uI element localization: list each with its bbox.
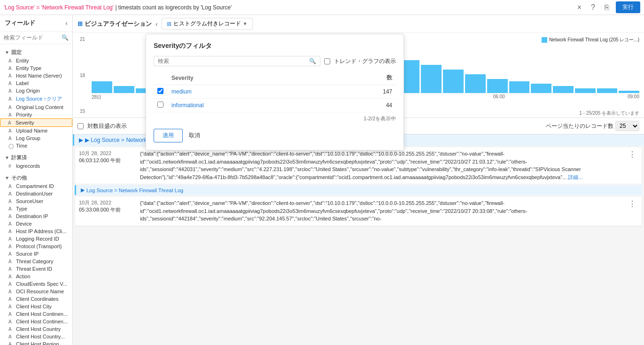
legend-label: Network Firewall Threat Log (205 レコー...) bbox=[549, 37, 639, 43]
chart-bar-0[interactable] bbox=[92, 81, 112, 93]
sidebar-item-cloudevents[interactable]: ACloudEvents Spec V... bbox=[0, 280, 72, 288]
sidebar-item-destination-user[interactable]: ADestinationUser bbox=[0, 190, 72, 197]
sidebar-item-action[interactable]: AAction bbox=[0, 273, 72, 280]
filter-col-severity: Severity bbox=[168, 71, 328, 85]
log-entry-2-date: 10月 28, 2022 bbox=[79, 199, 135, 206]
filter-trend-checkbox[interactable] bbox=[324, 58, 330, 64]
sidebar-item-client-city[interactable]: AClient Host City bbox=[0, 303, 72, 310]
sidebar-item-client-country2[interactable]: AClient Host Country... bbox=[0, 333, 72, 340]
entity-type-type-icon: A bbox=[8, 66, 14, 71]
sidebar-item-log-origin[interactable]: ALog Origin bbox=[0, 87, 72, 94]
sidebar-item-compartment-id[interactable]: ACompartment ID bbox=[0, 182, 72, 190]
sidebar-item-threat-event-id[interactable]: AThreat Event ID bbox=[0, 265, 72, 273]
chart-bar-24[interactable] bbox=[619, 91, 639, 93]
sidebar-item-logging-record-id[interactable]: ALogging Record ID bbox=[0, 235, 72, 243]
top-bar-actions: × ? ⎘ 実行 bbox=[574, 1, 640, 13]
sidebar-item-oci-resource[interactable]: AOCI Resource Name bbox=[0, 288, 72, 295]
sidebar-item-protocol[interactable]: AProtocol (Transport) bbox=[0, 243, 72, 250]
execute-button[interactable]: 実行 bbox=[616, 1, 640, 13]
sidebar-item-entity[interactable]: AEntity bbox=[0, 57, 72, 64]
sidebar-item-threat-category[interactable]: AThreat Category bbox=[0, 258, 72, 265]
sidebar-search-bar: 🔍 bbox=[0, 31, 72, 44]
per-page-select[interactable]: 25 50 100 bbox=[615, 121, 639, 131]
log-entry-1-menu-icon[interactable]: ⋮ bbox=[627, 150, 638, 181]
sidebar-item-client-country1[interactable]: AClient Host Country bbox=[0, 325, 72, 333]
sidebar-item-source-user[interactable]: ASourceUser bbox=[0, 197, 72, 205]
sidebar-item-client-region1[interactable]: AClient Host Region bbox=[0, 340, 72, 345]
sidebar-item-client-continent1[interactable]: AClient Host Continen... bbox=[0, 310, 72, 318]
sidebar-item-severity[interactable]: ASeverity bbox=[0, 118, 72, 127]
sidebar-item-host-ip[interactable]: AHost IP Address (Cli... bbox=[0, 227, 72, 235]
viz-type-button[interactable]: ⊞ ヒストグラム付きレコード ▼ bbox=[162, 18, 253, 30]
log-entry-1-body: 10月 28, 2022 06:03:12.000 午前 {"data":{"a… bbox=[75, 147, 642, 184]
log-entry-1-date: 10月 28, 2022 bbox=[79, 150, 135, 157]
sidebar-item-label[interactable]: ALabel bbox=[0, 79, 72, 87]
sidebar-header: フィールド ‹ bbox=[0, 15, 72, 31]
filter-medium-checkbox[interactable] bbox=[157, 88, 163, 94]
share-button[interactable]: ⎘ bbox=[602, 2, 612, 13]
help-button[interactable]: ? bbox=[588, 2, 598, 13]
log-source-label-1[interactable]: ▶ Log Source = Network Firewall Threat L… bbox=[75, 185, 642, 195]
filter-apply-button[interactable]: 適用 bbox=[154, 129, 183, 142]
filter-modal: Severityのフィルタ 🔍 トレンド・グラフの表示 bbox=[146, 34, 404, 150]
y-axis-value-21: 21 bbox=[75, 37, 85, 42]
x-axis-0900: 09:00 bbox=[628, 94, 639, 101]
chart-bar-21[interactable] bbox=[553, 86, 574, 93]
log-entry-1-more-link[interactable]: 詳細... bbox=[568, 174, 582, 180]
sidebar-item-upload-name[interactable]: AUpload Name bbox=[0, 127, 72, 134]
log-entry-2-menu-icon[interactable]: ⋮ bbox=[627, 199, 638, 223]
results-section: 対数目盛の表示 ページ当たりのレコード数 25 50 100 ▶ ▶ Log S… bbox=[73, 118, 644, 345]
sidebar-item-entity-type[interactable]: AEntity Type bbox=[0, 64, 72, 72]
priority-type-icon: A bbox=[8, 112, 14, 118]
filter-table-body: medium 147 informational 44 bbox=[154, 85, 396, 112]
filter-informational-checkbox[interactable] bbox=[157, 102, 163, 108]
chart-bar-18[interactable] bbox=[487, 79, 508, 93]
sidebar-item-device[interactable]: ADevice bbox=[0, 220, 72, 227]
sidebar-item-priority[interactable]: APriority bbox=[0, 111, 72, 118]
log-source-arrow-1-icon: ▶ bbox=[81, 187, 85, 193]
filter-cancel-button[interactable]: 取消 bbox=[186, 129, 202, 142]
x-axis-28: 28日 bbox=[92, 94, 101, 101]
sidebar-item-client-continent2[interactable]: AClient Host Continen... bbox=[0, 318, 72, 325]
close-button[interactable]: × bbox=[574, 2, 584, 13]
sidebar-item-type[interactable]: AType bbox=[0, 205, 72, 212]
sidebar-item-time[interactable]: ◯Time bbox=[0, 142, 72, 149]
sidebar-title: フィールド bbox=[5, 19, 35, 27]
sidebar-item-logrecords[interactable]: #logrecords bbox=[0, 162, 72, 170]
sidebar-section-calc-header[interactable]: ▼ 計算済 bbox=[0, 153, 72, 162]
sidebar-item-client-coord[interactable]: AClient Coordinates bbox=[0, 295, 72, 303]
sidebar-item-log-source[interactable]: ALog Source ↑クリア bbox=[0, 94, 72, 103]
sidebar-item-destination-ip[interactable]: ADestination IP bbox=[0, 212, 72, 220]
sidebar-section-fixed-header[interactable]: ▼ 固定 bbox=[0, 48, 72, 57]
sidebar-collapse-icon[interactable]: ‹ bbox=[65, 19, 68, 27]
filter-col-count: 数 bbox=[328, 71, 396, 85]
sidebar-item-log-group[interactable]: ALog Group bbox=[0, 134, 72, 142]
sidebar-item-hostname[interactable]: AHost Name (Server) bbox=[0, 72, 72, 79]
chart-bar-1[interactable] bbox=[114, 86, 134, 93]
chart-bar-20[interactable] bbox=[531, 84, 551, 93]
viz-collapse-icon[interactable]: ‹ bbox=[155, 20, 158, 28]
log-source-type-icon: A bbox=[8, 96, 14, 102]
filter-medium-link[interactable]: medium bbox=[171, 88, 192, 95]
results-header-label: 対数目盛の表示 bbox=[87, 122, 127, 130]
top-bar: 'Log Source' = 'Network Firewall Threat … bbox=[0, 0, 644, 15]
chart-bar-17[interactable] bbox=[465, 74, 486, 93]
sidebar-section-other-header[interactable]: ▼ その他 bbox=[0, 173, 72, 182]
chart-bar-19[interactable] bbox=[509, 81, 530, 93]
sidebar-search-input[interactable] bbox=[4, 34, 62, 41]
filter-row-informational-value: informational bbox=[168, 99, 328, 112]
chart-bar-15[interactable] bbox=[421, 65, 442, 93]
log-entry-2: 10月 28, 2022 05:33:08.000 午前 {"data":{"a… bbox=[75, 196, 642, 227]
chart-bar-22[interactable] bbox=[575, 88, 596, 93]
sidebar-item-source-ip[interactable]: ASource IP bbox=[0, 250, 72, 258]
sidebar-content: ▼ 固定 AEntity AEntity Type AHost Name (Se… bbox=[0, 44, 72, 345]
log-entry-1-content: {"data":{"action":"alert","device_name":… bbox=[140, 150, 622, 181]
filter-count-info: 1-2/2を表示中 bbox=[154, 112, 396, 125]
results-header-checkbox[interactable] bbox=[78, 123, 84, 129]
filter-search-input[interactable] bbox=[158, 58, 309, 64]
filter-informational-link[interactable]: informational bbox=[171, 102, 204, 109]
chart-bar-16[interactable] bbox=[443, 70, 464, 93]
sidebar-item-original-log[interactable]: AOriginal Log Content bbox=[0, 103, 72, 111]
chart-bar-23[interactable] bbox=[597, 88, 618, 93]
fixed-arrow-icon: ▼ bbox=[5, 50, 9, 55]
